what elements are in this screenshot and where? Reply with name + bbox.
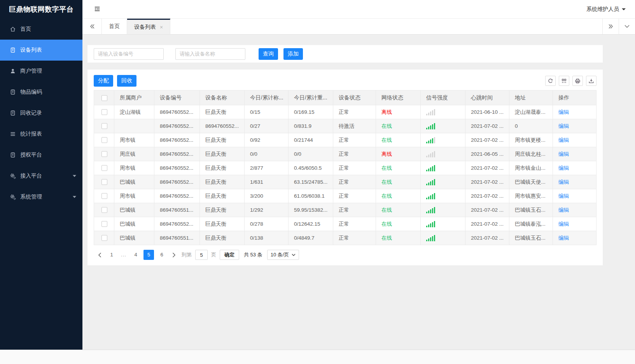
table-row[interactable]: 巴城镇 8694760551... 巨鼎天衡 0/138 0/4849.7 正常…	[94, 231, 597, 245]
user-menu[interactable]: 系统维护人员	[586, 6, 626, 13]
column-header: 所属商户	[114, 91, 154, 105]
print-icon[interactable]	[572, 76, 583, 86]
tab-home[interactable]: 首页	[102, 19, 127, 34]
goto-page-input[interactable]	[195, 250, 208, 260]
cell-merchant: 巴城镇	[114, 203, 154, 217]
page-size-select[interactable]: 10 条/页	[267, 250, 299, 260]
edit-link[interactable]: 编辑	[558, 165, 569, 171]
row-checkbox[interactable]	[101, 235, 107, 241]
edit-link[interactable]: 编辑	[558, 137, 569, 143]
row-checkbox[interactable]	[101, 137, 107, 143]
table-row[interactable]: 周市镇 8694760552... 巨鼎天衡 2/877 0.45/6050.5…	[94, 161, 597, 175]
tabbar-spacer	[170, 19, 602, 34]
page-size-value: 10 条/页	[271, 251, 289, 258]
sidebar-nav: 首页 设备列表 商户管理 物品编码	[0, 19, 82, 207]
prev-page-button[interactable]	[95, 250, 104, 260]
table-row[interactable]: 8694760552... 8694760552... 0/27 0/831.9…	[94, 119, 597, 133]
chevron-down-icon	[292, 254, 296, 256]
cell-device-name: 巨鼎天衡	[200, 203, 245, 217]
row-checkbox[interactable]	[101, 109, 107, 115]
bottom-scroll-strip[interactable]	[0, 350, 635, 364]
cell-merchant: 巴城镇	[114, 231, 154, 245]
sidebar-item-authorize[interactable]: 授权平台	[0, 145, 82, 165]
sidebar-item-label: 系统管理	[20, 193, 42, 200]
cell-heartbeat: 2021-07-02 ...	[465, 189, 509, 203]
row-checkbox[interactable]	[101, 165, 107, 171]
sidebar-item-system-manage[interactable]: 系统管理	[0, 186, 82, 207]
sidebar-collapse-button[interactable]	[93, 5, 102, 14]
device-name-input[interactable]	[175, 48, 245, 60]
assign-button[interactable]: 分配	[94, 75, 113, 87]
device-no-input[interactable]	[94, 48, 164, 60]
sidebar-item-report[interactable]: 统计报表	[0, 124, 82, 145]
columns-icon[interactable]	[559, 76, 569, 86]
export-icon[interactable]	[586, 76, 597, 86]
signal-strength-icon	[426, 137, 465, 143]
table-row[interactable]: 周庄镇 8694760552... 巨鼎天衡 0/0 0/0 正常 离线 202…	[94, 147, 597, 161]
sidebar-item-device-list[interactable]: 设备列表	[0, 40, 82, 61]
edit-link[interactable]: 编辑	[558, 109, 569, 115]
recycle-button[interactable]: 回收	[117, 75, 136, 87]
signal-strength-icon	[426, 193, 465, 199]
cell-device-status: 正常	[333, 105, 376, 119]
row-checkbox[interactable]	[101, 151, 107, 157]
edit-link[interactable]: 编辑	[558, 179, 569, 185]
tabs-scroll-right-button[interactable]	[602, 19, 619, 34]
cell-device-status: 正常	[333, 203, 376, 217]
edit-link[interactable]: 编辑	[558, 235, 569, 241]
sidebar-item-access-platform[interactable]: 接入平台	[0, 165, 82, 186]
cell-device-status: 正常	[333, 133, 376, 147]
page-number-active[interactable]: 5	[143, 250, 154, 260]
sidebar-item-home[interactable]: 首页	[0, 19, 82, 40]
cell-address: 巴城镇玉石...	[509, 203, 553, 217]
page-number[interactable]: 1	[107, 250, 116, 260]
tabs-scroll-left-button[interactable]	[82, 19, 102, 34]
select-all-checkbox[interactable]	[101, 95, 107, 101]
row-checkbox[interactable]	[101, 207, 107, 213]
cell-heartbeat: 2021-07-02 ...	[465, 217, 509, 231]
tab-device-list[interactable]: 设备列表 ×	[127, 19, 170, 34]
merchant-icon	[10, 68, 16, 74]
cell-device-name: 巨鼎天衡	[200, 105, 245, 119]
query-button[interactable]: 查询	[259, 48, 278, 60]
table-row[interactable]: 周市镇 8694760552... 巨鼎天衡 0/92 0/21744 正常 在…	[94, 133, 597, 147]
table-row[interactable]: 淀山湖镇 8694760552... 巨鼎天衡 0/15 0/169.15 正常…	[94, 105, 597, 119]
goto-confirm-button[interactable]: 确定	[220, 250, 239, 260]
cell-merchant	[114, 119, 154, 133]
cell-device-name: 巨鼎天衡	[200, 147, 245, 161]
cell-merchant: 周市镇	[114, 189, 154, 203]
add-button[interactable]: 添加	[283, 48, 303, 60]
system-manage-icon	[10, 194, 16, 200]
edit-link[interactable]: 编辑	[558, 221, 569, 227]
cell-heartbeat: 2021-06-05 ...	[465, 147, 509, 161]
row-checkbox[interactable]	[101, 123, 107, 129]
row-checkbox[interactable]	[101, 221, 107, 227]
next-page-button[interactable]	[170, 250, 178, 260]
page-number[interactable]: 6	[157, 250, 166, 260]
edit-link[interactable]: 编辑	[558, 207, 569, 213]
row-checkbox[interactable]	[101, 179, 107, 185]
table-row[interactable]: 巴城镇 8694760552... 巨鼎天衡 0/278 0/12642.15 …	[94, 217, 597, 231]
column-header: 地址	[509, 91, 553, 105]
refresh-icon[interactable]	[545, 76, 556, 86]
cell-address: 巴城镇玉石...	[509, 231, 553, 245]
table-row[interactable]: 周市镇 8694760552... 巨鼎天衡 3/200 61.05/6038.…	[94, 189, 597, 203]
sidebar-item-merchant[interactable]: 商户管理	[0, 61, 82, 82]
user-caret-icon	[622, 8, 626, 10]
table-row[interactable]: 巴城镇 8694760552... 巨鼎天衡 1/631 63.15/24785…	[94, 175, 597, 189]
tab-label: 设备列表	[134, 24, 156, 31]
edit-link[interactable]: 编辑	[558, 151, 569, 157]
cell-today-count: 0/278	[245, 217, 289, 231]
cell-device-name: 8694760552...	[200, 119, 245, 133]
main-area: 系统维护人员 首页 设备列表 ×	[82, 0, 635, 350]
page-number[interactable]: 4	[131, 250, 140, 260]
row-checkbox[interactable]	[101, 193, 107, 199]
edit-link[interactable]: 编辑	[558, 123, 569, 129]
table-row[interactable]: 巴城镇 8694760551... 巨鼎天衡 1/292 59.95/15382…	[94, 203, 597, 217]
sidebar-item-item-code[interactable]: 物品编码	[0, 82, 82, 103]
tabs-menu-button[interactable]	[619, 19, 635, 34]
sidebar-item-label: 商户管理	[20, 68, 42, 75]
tab-close-icon[interactable]: ×	[160, 24, 163, 30]
edit-link[interactable]: 编辑	[558, 193, 569, 199]
sidebar-item-recycle-record[interactable]: 回收记录	[0, 103, 82, 124]
